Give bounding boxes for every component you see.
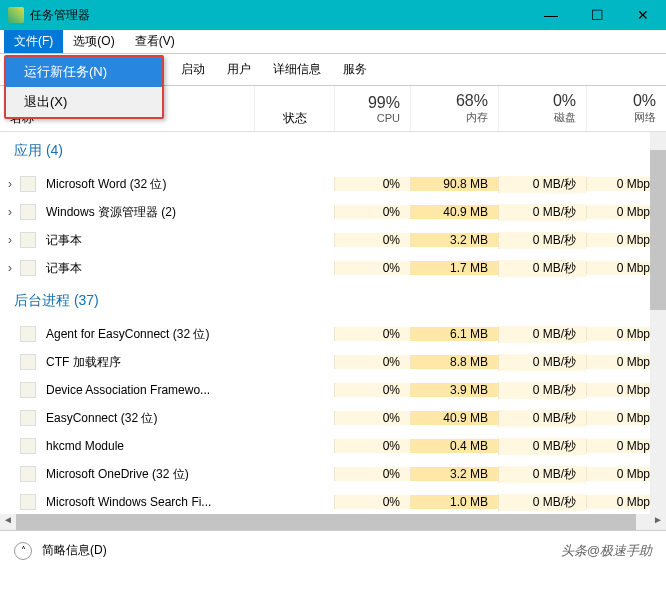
process-name: 记事本 (44, 260, 334, 277)
process-name: Windows 资源管理器 (2) (44, 204, 334, 221)
menubar: 文件(F) 选项(O) 查看(V) (0, 30, 666, 54)
minimize-button[interactable]: — (528, 0, 574, 30)
disk-cell: 0 MB/秒 (498, 232, 586, 249)
table-row[interactable]: ›记事本0%1.7 MB0 MB/秒0 Mbps (0, 254, 666, 282)
expand-icon[interactable]: › (0, 233, 20, 247)
mem-cell: 3.2 MB (410, 233, 498, 247)
header-status[interactable]: 状态 (254, 86, 334, 131)
disk-label: 磁盘 (554, 110, 576, 125)
menu-options[interactable]: 选项(O) (63, 30, 124, 53)
cpu-cell: 0% (334, 233, 410, 247)
net-label: 网络 (634, 110, 656, 125)
bottom-bar: ˄ 简略信息(D) 头条@极速手助 (0, 530, 666, 570)
section-background[interactable]: 后台进程 (37) (0, 282, 666, 320)
table-row[interactable]: Microsoft OneDrive (32 位)0%3.2 MB0 MB/秒0… (0, 460, 666, 488)
process-name: 记事本 (44, 232, 334, 249)
process-icon (20, 326, 36, 342)
net-percent: 0% (633, 92, 656, 110)
window-title: 任务管理器 (30, 7, 528, 24)
cpu-cell: 0% (334, 355, 410, 369)
watermark: 头条@极速手助 (561, 542, 652, 560)
chevron-up-icon[interactable]: ˄ (14, 542, 32, 560)
disk-cell: 0 MB/秒 (498, 466, 586, 483)
expand-icon[interactable]: › (0, 261, 20, 275)
menu-view[interactable]: 查看(V) (125, 30, 185, 53)
process-name: Agent for EasyConnect (32 位) (44, 326, 334, 343)
mem-cell: 0.4 MB (410, 439, 498, 453)
cpu-cell: 0% (334, 439, 410, 453)
table-row[interactable]: Device Association Framewo...0%3.9 MB0 M… (0, 376, 666, 404)
hscroll-thumb[interactable] (16, 514, 636, 530)
mem-cell: 1.0 MB (410, 495, 498, 509)
scroll-left-icon[interactable]: ◄ (0, 514, 16, 530)
cpu-cell: 0% (334, 495, 410, 509)
disk-percent: 0% (553, 92, 576, 110)
disk-cell: 0 MB/秒 (498, 326, 586, 343)
process-icon (20, 410, 36, 426)
process-name: Microsoft OneDrive (32 位) (44, 466, 334, 483)
process-icon (20, 260, 36, 276)
table-row[interactable]: ›Microsoft Word (32 位)0%90.8 MB0 MB/秒0 M… (0, 170, 666, 198)
mem-cell: 8.8 MB (410, 355, 498, 369)
process-icon (20, 382, 36, 398)
header-memory[interactable]: 68% 内存 (410, 86, 498, 131)
table-row[interactable]: ›Windows 资源管理器 (2)0%40.9 MB0 MB/秒0 Mbps (0, 198, 666, 226)
table-row[interactable]: hkcmd Module0%0.4 MB0 MB/秒0 Mbps (0, 432, 666, 460)
mem-cell: 1.7 MB (410, 261, 498, 275)
mem-cell: 6.1 MB (410, 327, 498, 341)
cpu-cell: 0% (334, 383, 410, 397)
disk-cell: 0 MB/秒 (498, 260, 586, 277)
process-name: Device Association Framewo... (44, 383, 334, 397)
section-apps[interactable]: 应用 (4) (0, 132, 666, 170)
process-icon (20, 466, 36, 482)
disk-cell: 0 MB/秒 (498, 382, 586, 399)
disk-cell: 0 MB/秒 (498, 176, 586, 193)
table-row[interactable]: ›记事本0%3.2 MB0 MB/秒0 Mbps (0, 226, 666, 254)
app-icon (8, 7, 24, 23)
header-cpu[interactable]: 99% CPU (334, 86, 410, 131)
table-row[interactable]: EasyConnect (32 位)0%40.9 MB0 MB/秒0 Mbps (0, 404, 666, 432)
cpu-cell: 0% (334, 411, 410, 425)
expand-icon[interactable]: › (0, 205, 20, 219)
process-list: 应用 (4) ›Microsoft Word (32 位)0%90.8 MB0 … (0, 132, 666, 514)
cpu-cell: 0% (334, 467, 410, 481)
process-icon (20, 354, 36, 370)
tab-startup[interactable]: 启动 (170, 54, 216, 85)
fewer-details-button[interactable]: 简略信息(D) (42, 542, 107, 559)
scrollbar-thumb[interactable] (650, 150, 666, 310)
cpu-cell: 0% (334, 205, 410, 219)
process-name: Microsoft Word (32 位) (44, 176, 334, 193)
expand-icon[interactable]: › (0, 177, 20, 191)
file-menu-dropdown: 运行新任务(N) 退出(X) (4, 55, 164, 119)
mem-cell: 40.9 MB (410, 411, 498, 425)
menu-exit[interactable]: 退出(X) (6, 87, 162, 117)
disk-cell: 0 MB/秒 (498, 204, 586, 221)
tab-details[interactable]: 详细信息 (262, 54, 332, 85)
table-row[interactable]: CTF 加载程序0%8.8 MB0 MB/秒0 Mbps (0, 348, 666, 376)
header-network[interactable]: 0% 网络 (586, 86, 666, 131)
table-row[interactable]: Agent for EasyConnect (32 位)0%6.1 MB0 MB… (0, 320, 666, 348)
vertical-scrollbar[interactable] (650, 132, 666, 514)
process-name: hkcmd Module (44, 439, 334, 453)
tab-services[interactable]: 服务 (332, 54, 378, 85)
menu-run-new-task[interactable]: 运行新任务(N) (6, 57, 162, 87)
menu-file[interactable]: 文件(F) (4, 30, 63, 53)
mem-percent: 68% (456, 92, 488, 110)
tab-users[interactable]: 用户 (216, 54, 262, 85)
maximize-button[interactable]: ☐ (574, 0, 620, 30)
table-row[interactable]: Microsoft Windows Search Fi...0%1.0 MB0 … (0, 488, 666, 514)
mem-cell: 40.9 MB (410, 205, 498, 219)
scroll-right-icon[interactable]: ► (650, 514, 666, 530)
header-disk[interactable]: 0% 磁盘 (498, 86, 586, 131)
process-icon (20, 176, 36, 192)
process-icon (20, 494, 36, 510)
process-name: EasyConnect (32 位) (44, 410, 334, 427)
process-name: Microsoft Windows Search Fi... (44, 495, 334, 509)
cpu-cell: 0% (334, 261, 410, 275)
process-icon (20, 204, 36, 220)
mem-cell: 3.9 MB (410, 383, 498, 397)
cpu-cell: 0% (334, 177, 410, 191)
disk-cell: 0 MB/秒 (498, 438, 586, 455)
close-button[interactable]: ✕ (620, 0, 666, 30)
horizontal-scrollbar[interactable]: ◄ ► (0, 514, 666, 530)
